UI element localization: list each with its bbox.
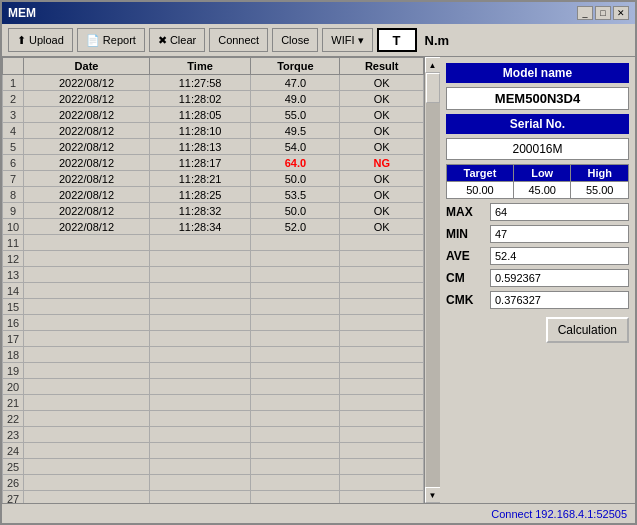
table-row-empty: 12 bbox=[3, 251, 424, 267]
cell-empty bbox=[24, 235, 150, 251]
cell-empty bbox=[251, 411, 340, 427]
cell-empty bbox=[340, 459, 424, 475]
cell-empty bbox=[340, 379, 424, 395]
report-label: Report bbox=[103, 34, 136, 46]
minimize-button[interactable]: _ bbox=[577, 6, 593, 20]
cell-empty bbox=[24, 379, 150, 395]
row-number: 1 bbox=[3, 75, 24, 91]
low-header: Low bbox=[513, 165, 571, 182]
cell-torque: 50.0 bbox=[251, 203, 340, 219]
cm-label: CM bbox=[446, 271, 486, 285]
cell-empty bbox=[149, 395, 251, 411]
cell-result: NG bbox=[340, 155, 424, 171]
table-row-empty: 21 bbox=[3, 395, 424, 411]
high-value: 55.00 bbox=[571, 182, 629, 199]
cell-date: 2022/08/12 bbox=[24, 91, 150, 107]
row-number: 27 bbox=[3, 491, 24, 504]
cmk-row: CMK 0.376327 bbox=[446, 291, 629, 309]
cell-empty bbox=[251, 379, 340, 395]
close-button[interactable]: ✕ bbox=[613, 6, 629, 20]
cell-empty bbox=[251, 363, 340, 379]
cell-empty bbox=[149, 235, 251, 251]
row-number: 4 bbox=[3, 123, 24, 139]
cell-empty bbox=[149, 363, 251, 379]
row-number: 3 bbox=[3, 107, 24, 123]
row-number: 10 bbox=[3, 219, 24, 235]
close-window-button[interactable]: Close bbox=[272, 28, 318, 52]
cmk-label: CMK bbox=[446, 293, 486, 307]
cell-time: 11:28:21 bbox=[149, 171, 251, 187]
cell-empty bbox=[251, 251, 340, 267]
cell-time: 11:28:13 bbox=[149, 139, 251, 155]
cell-date: 2022/08/12 bbox=[24, 139, 150, 155]
window-title: MEM bbox=[8, 6, 36, 20]
scrollbar[interactable]: ▲ ▼ bbox=[424, 57, 440, 503]
model-name-value: MEM500N3D4 bbox=[446, 87, 629, 110]
cell-empty bbox=[340, 251, 424, 267]
cell-empty bbox=[340, 427, 424, 443]
cell-date: 2022/08/12 bbox=[24, 171, 150, 187]
row-number: 9 bbox=[3, 203, 24, 219]
cell-empty bbox=[251, 459, 340, 475]
scroll-down-arrow[interactable]: ▼ bbox=[425, 487, 441, 503]
cell-result: OK bbox=[340, 107, 424, 123]
upload-button[interactable]: ⬆ Upload bbox=[8, 28, 73, 52]
table-row-empty: 14 bbox=[3, 283, 424, 299]
calculation-button[interactable]: Calculation bbox=[546, 317, 629, 343]
cell-empty bbox=[340, 235, 424, 251]
right-panel: Model name MEM500N3D4 Serial No. 200016M… bbox=[440, 57, 635, 503]
clear-button[interactable]: ✖ Clear bbox=[149, 28, 205, 52]
cell-empty bbox=[251, 235, 340, 251]
maximize-button[interactable]: □ bbox=[595, 6, 611, 20]
title-bar-buttons: _ □ ✕ bbox=[577, 6, 629, 20]
row-number: 21 bbox=[3, 395, 24, 411]
col-num bbox=[3, 58, 24, 75]
table-row-empty: 24 bbox=[3, 443, 424, 459]
scroll-up-arrow[interactable]: ▲ bbox=[425, 57, 441, 73]
cell-empty bbox=[340, 299, 424, 315]
serial-value: 200016M bbox=[446, 138, 629, 160]
scroll-thumb[interactable] bbox=[426, 73, 440, 103]
cell-empty bbox=[24, 491, 150, 504]
table-scroll[interactable]: Date Time Torque Result 12022/08/1211:27… bbox=[2, 57, 424, 503]
cell-empty bbox=[149, 251, 251, 267]
cell-torque: 53.5 bbox=[251, 187, 340, 203]
cell-empty bbox=[251, 267, 340, 283]
table-row-empty: 27 bbox=[3, 491, 424, 504]
cell-empty bbox=[149, 267, 251, 283]
cell-date: 2022/08/12 bbox=[24, 155, 150, 171]
wifi-button[interactable]: WIFI ▾ bbox=[322, 28, 372, 52]
row-number: 16 bbox=[3, 315, 24, 331]
cell-empty bbox=[24, 347, 150, 363]
target-header: Target bbox=[447, 165, 514, 182]
row-number: 11 bbox=[3, 235, 24, 251]
cell-empty bbox=[251, 475, 340, 491]
upload-icon: ⬆ bbox=[17, 34, 26, 47]
cell-empty bbox=[149, 411, 251, 427]
cell-empty bbox=[251, 347, 340, 363]
row-number: 22 bbox=[3, 411, 24, 427]
table-row-empty: 17 bbox=[3, 331, 424, 347]
cell-result: OK bbox=[340, 219, 424, 235]
report-button[interactable]: 📄 Report bbox=[77, 28, 145, 52]
table-row-empty: 13 bbox=[3, 267, 424, 283]
cell-empty bbox=[24, 443, 150, 459]
cell-empty bbox=[149, 283, 251, 299]
cell-time: 11:28:10 bbox=[149, 123, 251, 139]
row-number: 20 bbox=[3, 379, 24, 395]
cell-empty bbox=[251, 491, 340, 504]
t-input[interactable] bbox=[377, 28, 417, 52]
cm-row: CM 0.592367 bbox=[446, 269, 629, 287]
cell-empty bbox=[340, 267, 424, 283]
connect-button[interactable]: Connect bbox=[209, 28, 268, 52]
row-number: 23 bbox=[3, 427, 24, 443]
ave-label: AVE bbox=[446, 249, 486, 263]
cell-result: OK bbox=[340, 123, 424, 139]
table-row-empty: 11 bbox=[3, 235, 424, 251]
wifi-label: WIFI ▾ bbox=[331, 34, 363, 47]
cell-empty bbox=[340, 443, 424, 459]
cell-empty bbox=[251, 299, 340, 315]
max-row: MAX 64 bbox=[446, 203, 629, 221]
col-time: Time bbox=[149, 58, 251, 75]
row-number: 7 bbox=[3, 171, 24, 187]
